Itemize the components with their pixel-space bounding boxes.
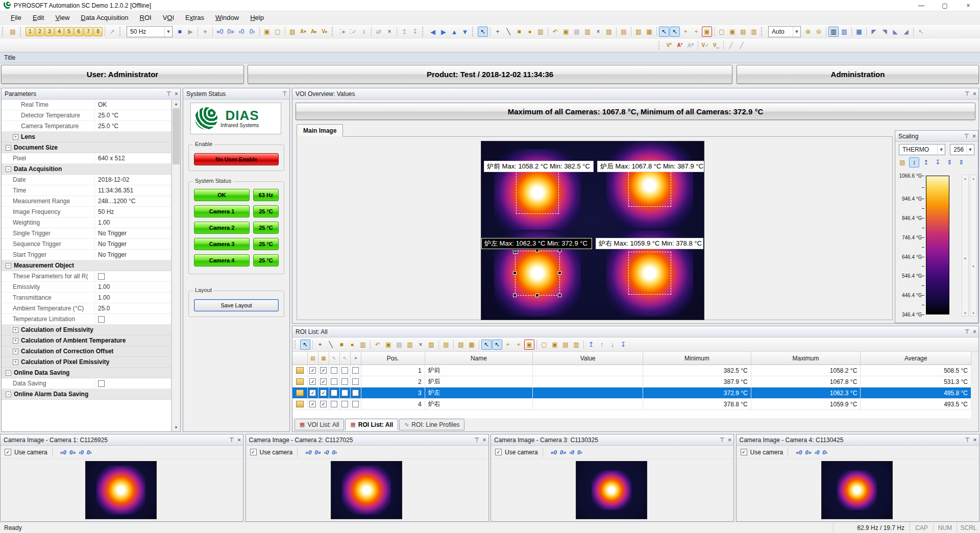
checkbox-cell[interactable] [329, 399, 340, 409]
move-bottom-icon[interactable]: ↧ [618, 340, 628, 350]
checkbox-checked[interactable]: ✓ [320, 401, 327, 407]
checkbox-checked[interactable]: ✓ [320, 390, 327, 396]
maximize-button[interactable]: ▢ [933, 0, 957, 11]
roi-table-row[interactable]: ✓✓4炉右378.8 °C1059.9 °C493.5 °C [292, 399, 971, 410]
parameter-row[interactable]: Temperature Limitation [2, 314, 171, 325]
add-ref-roi-icon[interactable]: + [513, 340, 524, 350]
col-label-icon[interactable]: ↖ [340, 354, 349, 362]
flip-right-icon[interactable]: 0» [68, 449, 77, 455]
col-save-icon[interactable]: ▦ [319, 354, 328, 362]
resize-handle[interactable] [535, 294, 539, 297]
export-roi-icon[interactable]: ▦ [644, 27, 654, 37]
checkbox-cell[interactable]: ✓ [318, 376, 329, 387]
mirror-right-icon[interactable]: 0› [86, 449, 93, 455]
parameter-row[interactable]: Real TimeOK [2, 100, 171, 110]
checkbox-checked[interactable]: ✓ [309, 401, 316, 407]
parameter-value[interactable]: 1.00 [94, 217, 171, 228]
camera-thermal-image[interactable] [331, 461, 402, 519]
status-button[interactable]: OK [194, 189, 250, 201]
checkbox-cell[interactable] [351, 365, 361, 376]
checkbox-cell[interactable] [340, 365, 351, 376]
layer-up-icon[interactable]: ▤ [560, 340, 571, 350]
copy-icon[interactable]: ▣ [561, 27, 571, 37]
export-roi-icon[interactable]: ▦ [467, 340, 477, 350]
expand-icon[interactable]: + [13, 327, 18, 333]
close-icon[interactable]: × [482, 437, 486, 444]
parameter-row[interactable]: Start TriggerNo Trigger [2, 250, 171, 260]
scale-min-icon[interactable]: ↧ [933, 157, 943, 167]
rotate-right-icon[interactable]: ◥ [879, 27, 890, 37]
import-roi-icon[interactable]: ▧ [633, 27, 644, 37]
move-vertical-icon[interactable]: ↕ [359, 27, 369, 37]
layer-back-icon[interactable]: ▣ [727, 27, 738, 37]
close-icon[interactable]: × [973, 90, 976, 98]
save-sequence-icon[interactable]: ▣ [262, 27, 272, 37]
parameter-row[interactable]: −Online Alarm Data Saving [2, 389, 171, 400]
undo-icon[interactable]: ↶ [550, 27, 560, 37]
parameter-value[interactable]: 25.0 [94, 303, 171, 313]
checkbox-cell[interactable] [340, 376, 351, 387]
parameter-row[interactable]: Transmittance1.00 [2, 293, 171, 303]
checkbox-cell[interactable] [351, 387, 361, 398]
parameter-row[interactable]: Detector Temperature25.0 °C [2, 110, 171, 121]
parameter-row[interactable]: Camera Temperature25.0 °C [2, 121, 171, 132]
row-selector[interactable] [292, 399, 308, 409]
step-forward-icon[interactable]: 0› [247, 27, 257, 37]
roi-table-row[interactable]: ✓✓1炉前382.5 °C1058.2 °C508.5 °C [292, 365, 971, 376]
parameter-value[interactable]: 50 Hz [94, 207, 171, 217]
parameter-value[interactable]: No Trigger [94, 228, 171, 238]
resize-handle[interactable] [513, 249, 518, 254]
parameter-row[interactable]: Data Saving [2, 378, 171, 389]
toolbar-grip[interactable] [2, 27, 6, 36]
column-header-maximum[interactable]: Maximum [751, 352, 861, 365]
parameter-row[interactable]: +Calculation of Ambient Temperature [2, 335, 171, 346]
snap-label-icon[interactable]: ↖ [492, 340, 502, 350]
properties-icon[interactable]: ▤ [441, 340, 451, 350]
parameter-value[interactable]: 25.0 °C [94, 121, 171, 131]
roi-table-row[interactable]: ✓✓2炉后387.9 °C1067.8 °C531.3 °C [292, 376, 971, 387]
import-roi-icon[interactable]: ▧ [456, 340, 466, 350]
mirror-left-icon[interactable]: ‹0 [78, 449, 85, 455]
delete-icon[interactable]: × [415, 340, 426, 350]
view-8-icon[interactable]: 8 [93, 27, 103, 36]
product-button[interactable]: Product: Test / 2018-12-02 11:34:36 [248, 65, 732, 84]
layer-up-icon[interactable]: ▤ [738, 27, 748, 37]
layer-down-icon[interactable]: ▥ [571, 340, 581, 350]
user-button[interactable]: User: Administrator [1, 65, 244, 84]
scroll-down-icon[interactable]: ▼ [962, 255, 968, 261]
checkbox-unchecked[interactable] [98, 316, 105, 323]
checkbox-unchecked[interactable] [352, 378, 359, 385]
draw-rectangle-icon[interactable]: ■ [514, 27, 524, 37]
column-header-minimum[interactable]: Minimum [643, 352, 751, 365]
parameter-row[interactable]: +Lens [2, 132, 171, 142]
nav-down-icon[interactable]: ▼ [460, 27, 470, 37]
checkbox-cell[interactable] [351, 376, 361, 387]
collapse-icon[interactable]: − [6, 370, 11, 376]
checkbox-cell[interactable] [329, 376, 340, 387]
parameter-row[interactable]: Image Frequency50 Hz [2, 207, 171, 217]
draw-point-icon[interactable]: + [493, 27, 503, 37]
step-back-icon[interactable]: ‹0 [236, 27, 247, 37]
parameter-row[interactable]: These Parameters for all R( [2, 271, 171, 282]
close-icon[interactable]: × [973, 328, 976, 335]
parameter-value[interactable]: No Trigger [94, 239, 171, 249]
scale-max-icon[interactable]: ↥ [921, 157, 931, 167]
alarm-degree-icon[interactable]: A° [675, 40, 685, 51]
menu-window[interactable]: Window [210, 12, 244, 23]
checkbox-cell[interactable]: ✓ [308, 365, 318, 376]
point-list-icon[interactable]: ⁚● [337, 27, 348, 37]
view-5-icon[interactable]: 5 [64, 27, 74, 36]
toolbar-grip[interactable] [472, 27, 476, 36]
pin-icon[interactable]: ⊤ [282, 90, 287, 98]
menu-edit[interactable]: Edit [27, 12, 50, 23]
checkbox-cell[interactable] [329, 387, 340, 398]
nav-left-icon[interactable]: ◀ [428, 27, 438, 37]
paste-special-icon[interactable]: ▨ [604, 27, 614, 37]
expand-icon[interactable]: + [13, 338, 18, 344]
layer-front-icon[interactable]: ▢ [717, 27, 727, 37]
draw-point-icon[interactable]: + [315, 340, 325, 350]
parameter-value[interactable]: 248...1200 °C [94, 196, 171, 206]
checkbox-unchecked[interactable] [341, 367, 348, 374]
view-6-icon[interactable]: 6 [74, 27, 83, 36]
toolbar-grip[interactable] [332, 27, 336, 36]
